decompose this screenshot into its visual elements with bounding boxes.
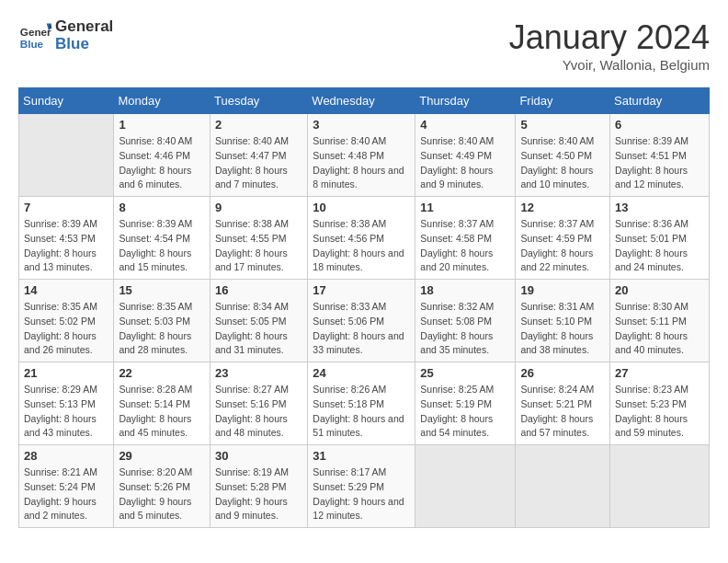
day-info: Sunrise: 8:31 AMSunset: 5:10 PMDaylight:… [520,300,605,358]
day-number: 9 [215,201,302,214]
calendar-cell: 13Sunrise: 8:36 AMSunset: 5:01 PMDayligh… [610,197,710,280]
week-row-1: 1Sunrise: 8:40 AMSunset: 4:46 PMDaylight… [19,114,710,197]
day-number: 22 [119,366,205,380]
day-number: 10 [313,201,410,214]
day-number: 4 [420,118,510,132]
calendar-cell: 28Sunrise: 8:21 AMSunset: 5:24 PMDayligh… [19,445,114,528]
day-info: Sunrise: 8:38 AMSunset: 4:55 PMDaylight:… [215,217,302,275]
calendar-cell: 17Sunrise: 8:33 AMSunset: 5:06 PMDayligh… [308,280,415,362]
calendar-cell: 7Sunrise: 8:39 AMSunset: 4:53 PMDaylight… [19,197,114,280]
day-info: Sunrise: 8:25 AMSunset: 5:19 PMDaylight:… [420,383,510,441]
day-info: Sunrise: 8:29 AMSunset: 5:13 PMDaylight:… [24,383,108,441]
calendar-cell: 4Sunrise: 8:40 AMSunset: 4:49 PMDaylight… [415,114,516,197]
calendar-cell: 14Sunrise: 8:35 AMSunset: 5:02 PMDayligh… [19,280,114,362]
svg-text:General: General [20,26,51,38]
weekday-header-tuesday: Tuesday [210,88,307,114]
page-header: General Blue General Blue January 2024 Y… [18,18,710,73]
day-number: 6 [615,118,704,132]
day-info: Sunrise: 8:39 AMSunset: 4:51 PMDaylight:… [615,134,704,192]
day-number: 11 [420,201,510,214]
calendar-cell: 26Sunrise: 8:24 AMSunset: 5:21 PMDayligh… [516,362,610,445]
day-info: Sunrise: 8:28 AMSunset: 5:14 PMDaylight:… [119,383,205,441]
weekday-header-row: SundayMondayTuesdayWednesdayThursdayFrid… [19,88,710,114]
day-number: 3 [313,118,410,132]
day-number: 16 [215,283,302,297]
calendar-subtitle: Yvoir, Wallonia, Belgium [509,57,710,73]
day-number: 1 [119,118,205,132]
calendar-cell: 8Sunrise: 8:39 AMSunset: 4:54 PMDaylight… [114,197,210,280]
calendar-cell: 16Sunrise: 8:34 AMSunset: 5:05 PMDayligh… [210,280,307,362]
day-info: Sunrise: 8:21 AMSunset: 5:24 PMDaylight:… [24,465,108,523]
day-number: 15 [119,283,205,297]
weekday-header-saturday: Saturday [610,88,710,114]
day-number: 12 [520,201,605,214]
calendar-cell: 10Sunrise: 8:38 AMSunset: 4:56 PMDayligh… [308,197,415,280]
calendar-cell: 27Sunrise: 8:23 AMSunset: 5:23 PMDayligh… [610,362,710,445]
weekday-header-friday: Friday [516,88,610,114]
weekday-header-sunday: Sunday [19,88,114,114]
calendar-cell [516,445,610,528]
day-number: 19 [520,283,605,297]
calendar-cell: 1Sunrise: 8:40 AMSunset: 4:46 PMDaylight… [114,114,210,197]
day-number: 7 [24,201,108,214]
logo-blue: Blue [55,36,113,53]
calendar-cell: 19Sunrise: 8:31 AMSunset: 5:10 PMDayligh… [516,280,610,362]
calendar-cell: 22Sunrise: 8:28 AMSunset: 5:14 PMDayligh… [114,362,210,445]
day-number: 2 [215,118,302,132]
day-info: Sunrise: 8:23 AMSunset: 5:23 PMDaylight:… [615,383,704,441]
weekday-header-wednesday: Wednesday [308,88,415,114]
day-number: 31 [313,449,410,463]
calendar-cell: 9Sunrise: 8:38 AMSunset: 4:55 PMDaylight… [210,197,307,280]
day-number: 5 [520,118,605,132]
logo: General Blue General Blue [18,18,113,52]
week-row-2: 7Sunrise: 8:39 AMSunset: 4:53 PMDaylight… [19,197,710,280]
day-info: Sunrise: 8:27 AMSunset: 5:16 PMDaylight:… [215,383,302,441]
day-info: Sunrise: 8:40 AMSunset: 4:48 PMDaylight:… [313,134,410,192]
day-info: Sunrise: 8:37 AMSunset: 4:58 PMDaylight:… [420,217,510,275]
day-number: 8 [119,201,205,214]
day-info: Sunrise: 8:35 AMSunset: 5:02 PMDaylight:… [24,300,108,358]
calendar-cell: 2Sunrise: 8:40 AMSunset: 4:47 PMDaylight… [210,114,307,197]
calendar-cell: 6Sunrise: 8:39 AMSunset: 4:51 PMDaylight… [610,114,710,197]
day-info: Sunrise: 8:32 AMSunset: 5:08 PMDaylight:… [420,300,510,358]
calendar-cell: 21Sunrise: 8:29 AMSunset: 5:13 PMDayligh… [19,362,114,445]
day-number: 23 [215,366,302,380]
calendar-cell: 3Sunrise: 8:40 AMSunset: 4:48 PMDaylight… [308,114,415,197]
day-number: 30 [215,449,302,463]
calendar-cell: 5Sunrise: 8:40 AMSunset: 4:50 PMDaylight… [516,114,610,197]
calendar-cell [19,114,114,197]
calendar-cell: 23Sunrise: 8:27 AMSunset: 5:16 PMDayligh… [210,362,307,445]
day-number: 21 [24,366,108,380]
calendar-cell: 24Sunrise: 8:26 AMSunset: 5:18 PMDayligh… [308,362,415,445]
day-info: Sunrise: 8:38 AMSunset: 4:56 PMDaylight:… [313,217,410,275]
calendar-cell: 15Sunrise: 8:35 AMSunset: 5:03 PMDayligh… [114,280,210,362]
calendar-table: SundayMondayTuesdayWednesdayThursdayFrid… [18,87,710,528]
day-info: Sunrise: 8:40 AMSunset: 4:50 PMDaylight:… [520,134,605,192]
logo-text: General Blue [55,18,113,52]
day-number: 13 [615,201,704,214]
calendar-cell: 30Sunrise: 8:19 AMSunset: 5:28 PMDayligh… [210,445,307,528]
day-info: Sunrise: 8:30 AMSunset: 5:11 PMDaylight:… [615,300,704,358]
title-block: January 2024 Yvoir, Wallonia, Belgium [509,18,710,73]
day-number: 18 [420,283,510,297]
calendar-cell: 12Sunrise: 8:37 AMSunset: 4:59 PMDayligh… [516,197,610,280]
day-info: Sunrise: 8:40 AMSunset: 4:47 PMDaylight:… [215,134,302,192]
day-info: Sunrise: 8:26 AMSunset: 5:18 PMDaylight:… [313,383,410,441]
logo-icon: General Blue [18,19,51,52]
day-number: 26 [520,366,605,380]
day-info: Sunrise: 8:35 AMSunset: 5:03 PMDaylight:… [119,300,205,358]
svg-text:Blue: Blue [20,37,44,49]
weekday-header-monday: Monday [114,88,210,114]
day-info: Sunrise: 8:40 AMSunset: 4:46 PMDaylight:… [119,134,205,192]
day-number: 28 [24,449,108,463]
day-info: Sunrise: 8:33 AMSunset: 5:06 PMDaylight:… [313,300,410,358]
day-info: Sunrise: 8:34 AMSunset: 5:05 PMDaylight:… [215,300,302,358]
day-number: 27 [615,366,704,380]
calendar-cell [415,445,516,528]
day-info: Sunrise: 8:19 AMSunset: 5:28 PMDaylight:… [215,465,302,523]
week-row-5: 28Sunrise: 8:21 AMSunset: 5:24 PMDayligh… [19,445,710,528]
calendar-cell: 20Sunrise: 8:30 AMSunset: 5:11 PMDayligh… [610,280,710,362]
calendar-cell: 11Sunrise: 8:37 AMSunset: 4:58 PMDayligh… [415,197,516,280]
day-info: Sunrise: 8:36 AMSunset: 5:01 PMDaylight:… [615,217,704,275]
day-number: 17 [313,283,410,297]
